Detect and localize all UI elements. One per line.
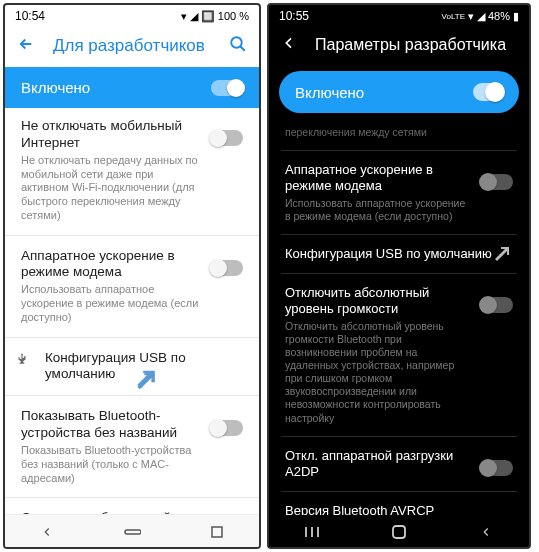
divider	[281, 491, 517, 492]
item-title: Отключить абсолютный уровень громкости	[285, 285, 471, 318]
status-icons: ▾ ◢ 🔲 100 %	[181, 10, 249, 23]
toggle[interactable]	[481, 297, 513, 313]
toggle[interactable]	[481, 174, 513, 190]
status-time: 10:55	[279, 9, 309, 23]
settings-list[interactable]: Не отключать мобильный Интернет Не отклю…	[5, 108, 259, 514]
status-bar: 10:54 ▾ ◢ 🔲 100 %	[5, 5, 259, 25]
pointer-arrow-icon	[135, 366, 163, 398]
battery-icon: 🔲	[201, 10, 215, 23]
enabled-toggle[interactable]	[473, 83, 503, 101]
nav-bar	[269, 515, 529, 547]
item-bt-names[interactable]: Показывать Bluetooth-устройства без назв…	[5, 398, 259, 495]
toggle[interactable]	[211, 260, 243, 276]
enabled-banner[interactable]: Включено	[5, 67, 259, 108]
page-title: Параметры разработчика	[315, 36, 506, 54]
nav-home[interactable]	[123, 523, 141, 541]
settings-list[interactable]: переключения между сетями Аппаратное уск…	[269, 123, 529, 515]
divider	[281, 436, 517, 437]
item-abs-volume[interactable]: Отключить абсолютный уровень громкости О…	[5, 500, 259, 514]
svg-point-0	[231, 37, 242, 48]
signal-icon: ◢	[190, 10, 198, 23]
divider	[5, 395, 259, 396]
item-title: Конфигурация USB по умолчанию	[285, 246, 513, 262]
back-button[interactable]	[281, 35, 297, 55]
status-bar: 10:55 VoLTE ▾ ◢ 48% ▮	[269, 5, 529, 25]
app-bar: Параметры разработчика	[269, 25, 529, 65]
nav-bar	[5, 514, 259, 547]
back-button[interactable]	[17, 35, 35, 57]
item-hw-accel[interactable]: Аппаратное ускорение в режиме модема Исп…	[5, 238, 259, 335]
status-time: 10:54	[15, 9, 45, 23]
search-button[interactable]	[229, 35, 247, 57]
nav-recent[interactable]	[303, 523, 321, 541]
item-title: Аппаратное ускорение в режиме модема	[21, 248, 201, 282]
item-mobile-data[interactable]: Не отключать мобильный Интернет Не отклю…	[5, 108, 259, 233]
item-sub: Показывать Bluetooth-устройства без назв…	[21, 444, 201, 485]
signal-icon: ◢	[477, 10, 485, 23]
divider	[281, 234, 517, 235]
item-title: Не отключать мобильный Интернет	[21, 118, 201, 152]
enabled-toggle[interactable]	[211, 80, 243, 96]
item-abs-volume[interactable]: Отключить абсолютный уровень громкости О…	[269, 276, 529, 434]
battery-text: 48%	[488, 10, 510, 22]
enabled-label: Включено	[21, 79, 90, 96]
usb-icon	[15, 352, 29, 370]
phone-dark: 10:55 VoLTE ▾ ◢ 48% ▮ Параметры разработ…	[267, 3, 531, 549]
item-title: Откл. аппаратной разгрузки A2DP	[285, 448, 471, 481]
item-title: Показывать Bluetooth-устройства без назв…	[21, 408, 201, 442]
item-a2dp[interactable]: Откл. аппаратной разгрузки A2DP	[269, 439, 529, 490]
nav-recent[interactable]	[208, 523, 226, 541]
toggle[interactable]	[211, 130, 243, 146]
item-sub: Использовать аппаратное ускорение в режи…	[21, 283, 201, 324]
item-title: Версия Bluetooth AVRCP	[285, 503, 513, 515]
enabled-banner[interactable]: Включено	[279, 71, 519, 113]
page-title: Для разработчиков	[53, 36, 205, 56]
item-title: Аппаратное ускорение в режиме модема	[285, 162, 471, 195]
battery-text: 100 %	[218, 10, 249, 22]
pointer-arrow-icon	[493, 241, 517, 269]
wifi-icon: ▾	[468, 10, 474, 23]
toggle[interactable]	[481, 460, 513, 476]
item-usb-config[interactable]: Конфигурация USB по умолчанию	[5, 340, 259, 394]
item-partial: переключения между сетями	[269, 123, 529, 148]
volte-icon: VoLTE	[442, 12, 465, 21]
nav-back[interactable]	[477, 523, 495, 541]
divider	[281, 150, 517, 151]
item-sub: Использовать аппаратное ускорение в режи…	[285, 197, 471, 223]
item-usb-config[interactable]: Конфигурация USB по умолчанию	[269, 237, 529, 271]
item-sub: Не отключать передачу данных по мобильно…	[21, 154, 201, 223]
app-bar: Для разработчиков	[5, 25, 259, 67]
divider	[281, 273, 517, 274]
item-sub: Отключить абсолютный уровень громкости B…	[285, 320, 471, 425]
item-sub: переключения между сетями	[285, 126, 513, 139]
svg-rect-3	[393, 526, 405, 538]
item-title: Отключить абсолютный уровень громкости	[21, 510, 201, 514]
status-icons: VoLTE ▾ ◢ 48% ▮	[442, 10, 519, 23]
item-avrcp[interactable]: Версия Bluetooth AVRCP AVRCP 1.4 (по умо…	[269, 494, 529, 515]
toggle[interactable]	[211, 420, 243, 436]
svg-rect-1	[125, 530, 141, 534]
battery-icon: ▮	[513, 10, 519, 23]
nav-home[interactable]	[390, 523, 408, 541]
nav-back[interactable]	[38, 523, 56, 541]
divider	[5, 235, 259, 236]
divider	[5, 497, 259, 498]
divider	[5, 337, 259, 338]
item-hw-accel[interactable]: Аппаратное ускорение в режиме модема Исп…	[269, 153, 529, 232]
enabled-label: Включено	[295, 84, 364, 101]
wifi-icon: ▾	[181, 10, 187, 23]
phone-light: 10:54 ▾ ◢ 🔲 100 % Для разработчиков Вклю…	[3, 3, 261, 549]
svg-rect-2	[212, 527, 222, 537]
